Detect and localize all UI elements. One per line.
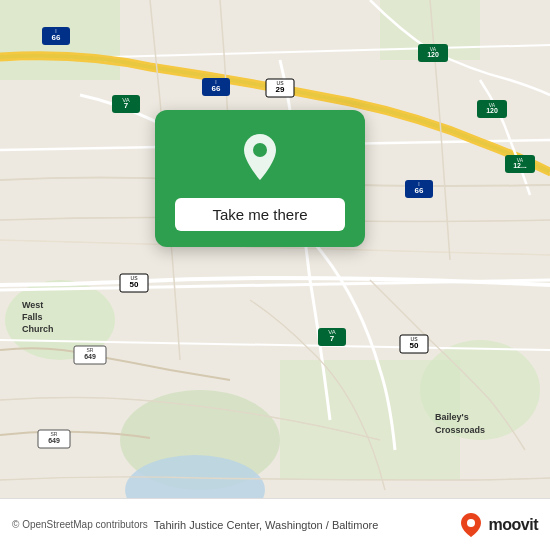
svg-text:Church: Church xyxy=(22,324,54,334)
svg-text:66: 66 xyxy=(415,186,424,195)
svg-text:VA: VA xyxy=(489,102,496,108)
svg-text:12...: 12... xyxy=(513,162,527,169)
map-background: 66 I 66 I 66 I 7 VA 7 VA 29 US xyxy=(0,0,550,550)
svg-text:West: West xyxy=(22,300,43,310)
svg-text:50: 50 xyxy=(410,341,419,350)
location-name: Tahirih Justice Center, Washington / Bal… xyxy=(154,519,457,531)
svg-text:29: 29 xyxy=(276,85,285,94)
svg-text:US: US xyxy=(277,80,285,86)
svg-text:US: US xyxy=(411,336,419,342)
moovit-logo-icon xyxy=(457,511,485,539)
svg-text:Falls: Falls xyxy=(22,312,43,322)
svg-text:120: 120 xyxy=(427,51,439,58)
take-me-there-button[interactable]: Take me there xyxy=(175,198,345,231)
osm-attribution: © OpenStreetMap contributors xyxy=(12,519,148,530)
location-card: Take me there xyxy=(155,110,365,247)
svg-text:VA: VA xyxy=(517,157,524,163)
svg-text:VA: VA xyxy=(122,97,130,103)
svg-text:66: 66 xyxy=(212,84,221,93)
svg-text:649: 649 xyxy=(84,353,96,360)
svg-text:7: 7 xyxy=(330,334,335,343)
moovit-logo: moovit xyxy=(457,511,538,539)
svg-text:66: 66 xyxy=(52,33,61,42)
svg-text:I: I xyxy=(215,79,216,85)
svg-text:120: 120 xyxy=(486,107,498,114)
moovit-logo-text: moovit xyxy=(489,516,538,534)
pin-icon xyxy=(233,130,287,184)
svg-text:VA: VA xyxy=(430,46,437,52)
svg-text:I: I xyxy=(55,28,56,34)
svg-point-57 xyxy=(253,143,267,157)
svg-text:VA: VA xyxy=(328,329,336,335)
svg-point-58 xyxy=(467,519,475,527)
svg-text:50: 50 xyxy=(130,280,139,289)
svg-text:Bailey's: Bailey's xyxy=(435,412,469,422)
svg-text:SR: SR xyxy=(51,431,58,437)
svg-text:US: US xyxy=(131,275,139,281)
svg-text:Crossroads: Crossroads xyxy=(435,425,485,435)
svg-text:SR: SR xyxy=(87,347,94,353)
bottom-bar: © OpenStreetMap contributors Tahirih Jus… xyxy=(0,498,550,550)
svg-text:I: I xyxy=(418,181,419,187)
map-container: 66 I 66 I 66 I 7 VA 7 VA 29 US xyxy=(0,0,550,550)
svg-text:649: 649 xyxy=(48,437,60,444)
